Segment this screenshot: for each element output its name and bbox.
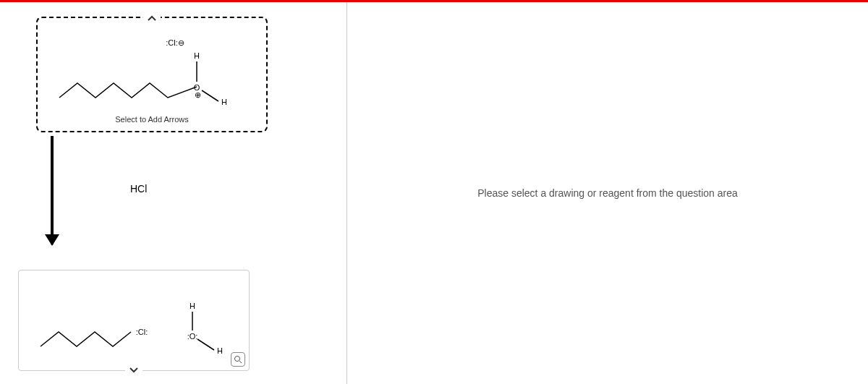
svg-line-4: [202, 90, 218, 101]
svg-text::O:: :O:: [187, 332, 198, 341]
answer-panel: Please select a drawing or reagent from …: [347, 2, 868, 384]
select-arrows-label: Select to Add Arrows: [115, 115, 189, 124]
reagent-label[interactable]: HCl: [130, 183, 147, 195]
svg-point-13: [235, 357, 240, 362]
svg-text::Cl:: :Cl:: [136, 328, 148, 336]
svg-text:H: H: [190, 302, 195, 310]
svg-text:H: H: [194, 51, 200, 60]
svg-text:H: H: [217, 346, 223, 355]
question-area: O ⊕ H H :Cl:⊖ Select to Add Arrows HCl :…: [0, 2, 347, 384]
instruction-text: Please select a drawing or reagent from …: [477, 187, 738, 199]
reactant-molecule: O ⊕ H H :Cl:⊖: [48, 33, 255, 109]
product-molecule: :Cl: :O: H H: [30, 281, 238, 359]
chevron-up-icon[interactable]: [143, 9, 161, 27]
reaction-arrow-down: [51, 136, 54, 244]
svg-text::Cl:⊖: :Cl:⊖: [166, 38, 184, 47]
product-box[interactable]: :Cl: :O: H H: [18, 270, 250, 371]
chevron-down-icon[interactable]: [125, 362, 142, 379]
zoom-icon[interactable]: [231, 352, 245, 367]
svg-text:⊕: ⊕: [195, 90, 201, 99]
svg-line-14: [239, 361, 242, 363]
svg-line-11: [197, 339, 214, 350]
reactant-box-selected[interactable]: O ⊕ H H :Cl:⊖ Select to Add Arrows: [36, 17, 268, 132]
svg-text:H: H: [221, 98, 227, 106]
